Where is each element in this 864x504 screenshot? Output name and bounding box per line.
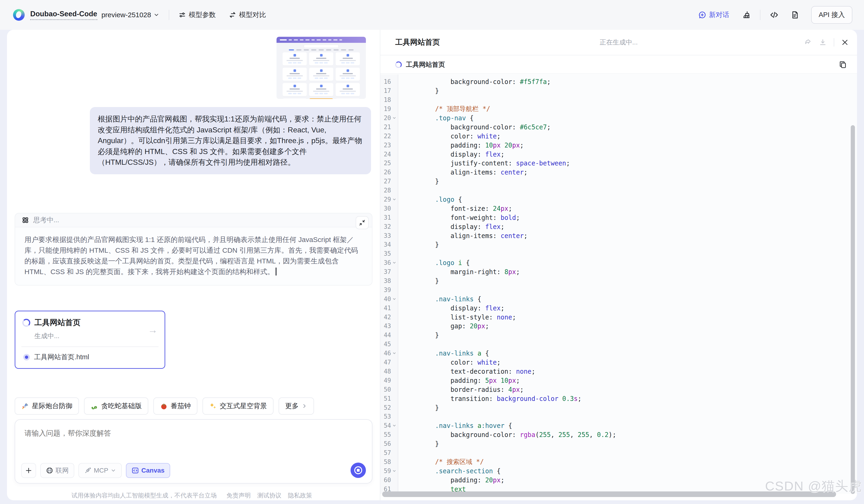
gutter-line: 16 (380, 77, 398, 86)
suggestion-chip[interactable]: 番茄钟 (153, 397, 197, 415)
suggestion-chip[interactable]: 更多 (279, 397, 314, 415)
fold-chevron-icon[interactable] (391, 423, 398, 428)
copy-icon[interactable] (839, 61, 847, 69)
line-number: 53 (380, 413, 391, 420)
gutter-line: 21 (380, 122, 398, 131)
new-chat-button[interactable]: 新对话 (698, 10, 729, 20)
gutter-line: 47 (380, 358, 398, 367)
stop-generating-button[interactable] (350, 463, 366, 478)
download-icon[interactable] (819, 38, 827, 46)
close-icon[interactable] (841, 39, 849, 46)
artifact-card[interactable]: 工具网站首页 → 生成中... 工具网站首页.html (15, 311, 165, 369)
fold-chevron-icon[interactable] (391, 469, 398, 473)
code-line: color: white; (420, 358, 857, 367)
line-number: 17 (380, 87, 391, 94)
gutter-line: 18 (380, 95, 398, 105)
chat-plus-icon (698, 11, 706, 19)
model-params-button[interactable]: 模型参数 (179, 10, 216, 20)
chevron-right-icon (301, 403, 308, 409)
gutter-line: 40 (380, 295, 398, 303)
gutter-line: 23 (380, 141, 398, 149)
mcp-button[interactable]: MCP (79, 463, 122, 478)
clear-context-button[interactable] (742, 11, 751, 19)
line-number: 22 (380, 133, 391, 140)
code-line: align-items: center; (420, 231, 857, 240)
code-line (420, 340, 857, 349)
gutter-line: 46 (380, 349, 398, 358)
suggestion-chip-label: 番茄钟 (171, 401, 191, 411)
thumbnail-card (336, 83, 360, 96)
model-version[interactable]: preview-251028 (101, 11, 151, 19)
api-access-button[interactable]: API 接入 (811, 6, 852, 24)
gutter-line: 42 (380, 312, 398, 322)
footer-link[interactable]: 免责声明 (227, 492, 251, 499)
footer-link[interactable]: 隐私政策 (288, 492, 312, 499)
docs-button[interactable] (791, 11, 799, 19)
gutter-line: 25 (380, 159, 398, 168)
line-number: 54 (380, 422, 391, 429)
line-number: 40 (380, 296, 391, 302)
code-line: } (420, 439, 857, 448)
code-line: display: flex; (420, 222, 857, 231)
thumbnail-navbar (277, 37, 366, 43)
line-number: 21 (380, 123, 391, 131)
suggestion-chip-label: 更多 (285, 401, 299, 411)
thumbnail-tabs (277, 49, 366, 50)
collapse-thinking-button[interactable] (356, 216, 369, 229)
line-number: 36 (380, 259, 391, 266)
line-number: 49 (380, 377, 391, 384)
code-line (420, 285, 857, 295)
code-view-button[interactable] (770, 11, 779, 19)
gutter-line: 56 (380, 439, 398, 448)
doubao-logo-icon (13, 9, 25, 21)
code-line: background-color: #f5f7fa; (420, 77, 857, 86)
artifact-file-name: 工具网站首页.html (34, 352, 89, 362)
header-divider (169, 10, 169, 20)
fold-chevron-icon[interactable] (391, 351, 398, 355)
arrow-right-icon[interactable]: → (148, 324, 158, 336)
model-compare-button[interactable]: 模型对比 (229, 10, 266, 20)
web-search-button[interactable]: 联网 (40, 463, 74, 478)
fold-chevron-icon[interactable] (391, 197, 398, 202)
line-number: 23 (380, 142, 391, 149)
fold-chevron-icon[interactable] (391, 297, 398, 301)
line-number-gutter: 1617181920212223242526272829303132333435… (380, 74, 398, 494)
code-line: .nav-links a:hover { (420, 421, 857, 430)
fold-chevron-icon[interactable] (391, 261, 398, 265)
spinner-icon (395, 61, 402, 68)
gutter-line: 33 (380, 231, 398, 240)
uploaded-screenshot-thumbnail[interactable] (277, 37, 366, 99)
code-line: .top-nav { (420, 113, 857, 123)
gutter-line: 57 (380, 448, 398, 457)
suggestion-chip[interactable]: 贪吃蛇基础版 (84, 397, 148, 415)
code-editor[interactable]: 1617181920212223242526272829303132333435… (380, 74, 857, 494)
file-tab-bar: 工具网站首页 (380, 56, 857, 74)
artifact-file-row[interactable]: 工具网站首页.html (22, 347, 158, 362)
code-line: .search-section { (420, 466, 857, 476)
gutter-line: 58 (380, 457, 398, 466)
gutter-line: 60 (380, 476, 398, 484)
footer-link[interactable]: 测试协议 (257, 492, 281, 499)
line-number: 16 (380, 78, 391, 85)
code-line: .nav-links a { (420, 349, 857, 358)
chevron-down-icon[interactable] (153, 12, 159, 18)
share-icon[interactable] (804, 38, 812, 46)
code-line: padding: 20px; (420, 476, 857, 484)
fold-chevron-icon[interactable] (391, 116, 398, 120)
top-bar: Doubao-Seed-Code preview-251028 模型参数 模型对… (0, 0, 864, 30)
suggestion-chip[interactable]: 交互式星空背景 (203, 397, 274, 415)
line-number: 34 (380, 241, 391, 248)
line-number: 50 (380, 386, 391, 393)
horizontal-scrollbar[interactable] (382, 491, 836, 497)
globe-icon (46, 467, 53, 474)
gutter-line: 49 (380, 376, 398, 385)
line-number: 46 (380, 350, 391, 357)
stop-icon (354, 466, 362, 474)
message-input[interactable] (24, 429, 280, 437)
gutter-line: 59 (380, 466, 398, 476)
add-attachment-button[interactable] (21, 463, 36, 478)
suggestion-chip[interactable]: 星际炮台防御 (15, 397, 79, 415)
canvas-toggle-button[interactable]: Canvas (126, 463, 170, 478)
gutter-line: 22 (380, 131, 398, 141)
vertical-scrollbar[interactable] (851, 125, 855, 494)
